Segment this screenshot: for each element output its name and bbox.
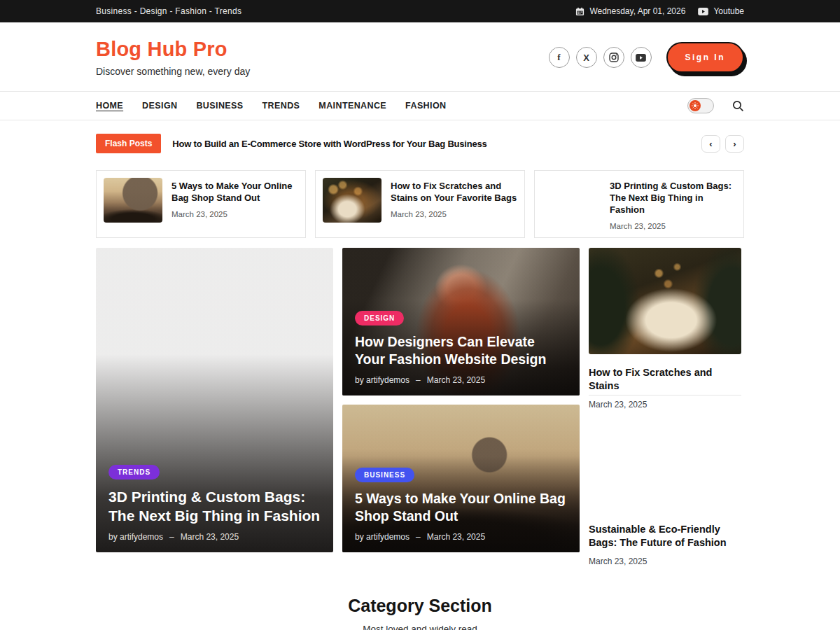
- category-section-title: Category Section: [96, 596, 744, 616]
- flash-posts-badge: Flash Posts: [96, 134, 161, 153]
- post-thumbnail: [542, 178, 601, 223]
- category-badge-design[interactable]: DESIGN: [355, 311, 404, 326]
- category-badge-trends[interactable]: TRENDS: [108, 465, 160, 479]
- ticker-prev-button[interactable]: ‹: [701, 135, 720, 153]
- post-title[interactable]: 3D Printing & Custom Bags: The Next Big …: [610, 181, 736, 216]
- post-title[interactable]: How Designers Can Elevate Your Fashion W…: [355, 333, 567, 369]
- post-meta: by artifydemos – March 23, 2025: [355, 375, 567, 385]
- side-post[interactable]: Sustainable & Eco-Friendly Bags: The Fut…: [589, 405, 741, 552]
- post-title[interactable]: 5 Ways to Make Your Online Bag Shop Stan…: [355, 490, 567, 526]
- small-card[interactable]: 5 Ways to Make Your Online Bag Shop Stan…: [96, 170, 306, 238]
- youtube-icon: [698, 8, 708, 15]
- post-thumbnail: [104, 178, 162, 223]
- site-tagline: Discover something new, every day: [96, 66, 250, 77]
- topbar-date: Wednesday, Apr 01, 2026: [575, 6, 685, 16]
- post-title[interactable]: Sustainable & Eco-Friendly Bags: The Fut…: [589, 523, 741, 550]
- category-badge-business[interactable]: BUSINESS: [355, 468, 414, 482]
- small-card[interactable]: How to Fix Scratches and Stains on Your …: [315, 170, 525, 238]
- meta-separator: –: [416, 532, 421, 542]
- nav-item-design[interactable]: DESIGN: [142, 101, 177, 111]
- featured-grid: TRENDS 3D Printing & Custom Bags: The Ne…: [96, 248, 744, 552]
- flash-posts-ticker: Flash Posts How to Build an E-Commerce S…: [0, 134, 840, 153]
- topbar-categories: Business - Design - Fashion - Trends: [96, 6, 241, 16]
- post-meta: by artifydemos – March 23, 2025: [108, 532, 321, 542]
- post-author[interactable]: by artifydemos: [355, 375, 410, 385]
- x-twitter-icon[interactable]: X: [576, 47, 597, 68]
- nav-item-fashion[interactable]: FASHION: [405, 101, 446, 111]
- post-date: March 23, 2025: [610, 222, 736, 230]
- post-title[interactable]: How to Fix Scratches and Stains on Your …: [391, 181, 517, 204]
- nav-item-home[interactable]: HOME: [96, 101, 123, 111]
- theme-toggle[interactable]: [687, 98, 714, 113]
- post-thumbnail: [323, 178, 382, 223]
- sign-in-button[interactable]: Sign In: [666, 42, 745, 73]
- topbar-date-label: Wednesday, Apr 01, 2026: [589, 6, 685, 16]
- post-title[interactable]: How to Fix Scratches and Stains: [589, 366, 741, 393]
- post-thumbnail: [589, 405, 741, 511]
- calendar-icon: [575, 7, 584, 16]
- main-nav: HOME DESIGN BUSINESS TRENDS MAINTENANCE …: [0, 91, 840, 120]
- post-date: March 23, 2025: [181, 532, 239, 542]
- post-date: March 23, 2025: [172, 210, 298, 218]
- post-date: March 23, 2025: [427, 375, 485, 385]
- recent-posts-row: 5 Ways to Make Your Online Bag Shop Stan…: [96, 170, 744, 238]
- post-title[interactable]: 5 Ways to Make Your Online Bag Shop Stan…: [172, 181, 298, 204]
- site-header: Blog Hub Pro Discover something new, eve…: [0, 22, 840, 91]
- category-section-subtitle: Most loved and widely read: [96, 624, 744, 630]
- featured-post-trends[interactable]: TRENDS 3D Printing & Custom Bags: The Ne…: [96, 248, 333, 552]
- post-author[interactable]: by artifydemos: [108, 532, 163, 542]
- nav-item-business[interactable]: BUSINESS: [196, 101, 243, 111]
- featured-post-design[interactable]: DESIGN How Designers Can Elevate Your Fa…: [342, 248, 580, 396]
- post-meta: by artifydemos – March 23, 2025: [355, 532, 567, 542]
- post-author[interactable]: by artifydemos: [355, 532, 410, 542]
- nav-item-trends[interactable]: TRENDS: [262, 101, 300, 111]
- featured-post-business[interactable]: BUSINESS 5 Ways to Make Your Online Bag …: [342, 405, 580, 552]
- instagram-icon[interactable]: [603, 47, 624, 68]
- nav-item-maintenance[interactable]: MAINTENANCE: [318, 101, 386, 111]
- youtube-circle-icon[interactable]: [631, 47, 652, 68]
- topbar: Business - Design - Fashion - Trends Wed…: [0, 0, 840, 22]
- sun-icon: [690, 100, 701, 111]
- small-card[interactable]: 3D Printing & Custom Bags: The Next Big …: [534, 170, 744, 238]
- ticker-next-button[interactable]: ›: [725, 135, 744, 153]
- category-section: Category Section Most loved and widely r…: [96, 596, 744, 630]
- post-date: March 23, 2025: [427, 532, 485, 542]
- facebook-icon[interactable]: f: [549, 47, 570, 68]
- post-date: March 23, 2025: [391, 210, 517, 218]
- post-thumbnail: [589, 248, 741, 354]
- site-logo[interactable]: Blog Hub Pro: [96, 38, 250, 61]
- meta-separator: –: [169, 532, 174, 542]
- topbar-youtube-link[interactable]: Youtube: [698, 6, 744, 16]
- post-title[interactable]: 3D Printing & Custom Bags: The Next Big …: [108, 487, 321, 526]
- side-post[interactable]: How to Fix Scratches and Stains March 23…: [589, 248, 741, 396]
- ticker-headline[interactable]: How to Build an E-Commerce Store with Wo…: [172, 139, 701, 149]
- meta-separator: –: [416, 375, 421, 385]
- post-date: March 23, 2025: [589, 556, 741, 566]
- search-icon[interactable]: [732, 100, 744, 112]
- topbar-youtube-label: Youtube: [713, 6, 744, 16]
